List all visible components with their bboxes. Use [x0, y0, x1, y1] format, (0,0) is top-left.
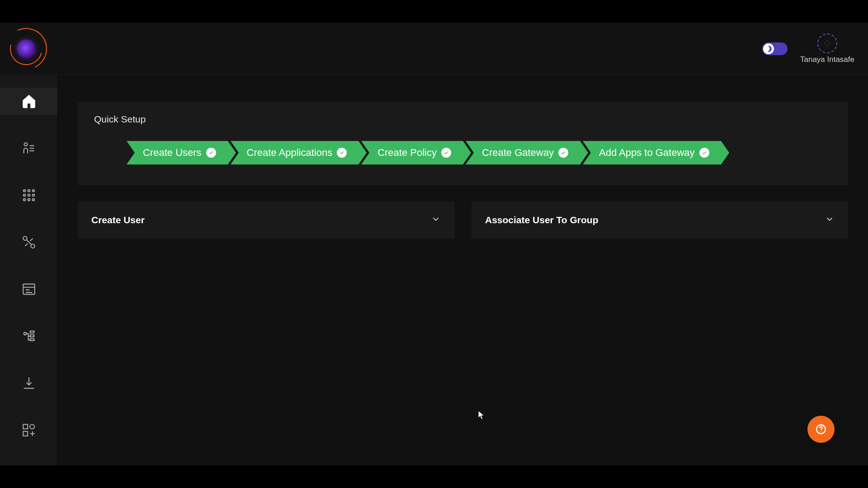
main-content: Quick Setup Create Users Create Applicat…	[58, 75, 868, 465]
svg-point-0	[24, 143, 27, 146]
svg-point-3	[32, 190, 34, 192]
header-bar: Tanaya Intasafe	[0, 23, 868, 75]
step-create-policy[interactable]: Create Policy	[361, 141, 463, 164]
step-label: Create Gateway	[482, 147, 554, 159]
sidebar-item-apps[interactable]	[0, 182, 57, 209]
svg-rect-19	[23, 432, 28, 436]
moon-icon	[764, 45, 773, 53]
svg-rect-16	[30, 339, 34, 341]
check-icon	[699, 148, 709, 158]
setup-steps-row: Create Users Create Applications Create …	[94, 141, 832, 164]
step-create-users[interactable]: Create Users	[127, 141, 228, 164]
svg-point-4	[23, 194, 25, 197]
step-create-gateway[interactable]: Create Gateway	[466, 141, 580, 164]
sidebar-item-widgets[interactable]	[0, 417, 57, 444]
user-profile[interactable]: Tanaya Intasafe	[800, 33, 854, 64]
user-name-label: Tanaya Intasafe	[800, 55, 854, 64]
svg-point-2	[28, 190, 30, 192]
sidebar-item-download[interactable]	[0, 370, 57, 397]
sidebar-item-users[interactable]	[0, 135, 57, 162]
step-label: Create Users	[143, 147, 202, 159]
svg-rect-15	[30, 335, 34, 337]
step-label: Create Applications	[247, 147, 333, 159]
svg-point-6	[32, 194, 34, 197]
check-icon	[337, 148, 347, 158]
user-list-icon	[21, 141, 37, 156]
sidebar	[0, 75, 58, 465]
network-icon	[21, 235, 37, 250]
svg-point-1	[23, 190, 25, 192]
letterbox-bottom	[0, 465, 868, 488]
svg-point-8	[28, 199, 30, 201]
svg-point-18	[30, 424, 34, 429]
app-window: Tanaya Intasafe	[0, 23, 868, 465]
check-icon	[206, 148, 216, 158]
quick-setup-title: Quick Setup	[94, 114, 832, 125]
svg-point-5	[28, 194, 30, 197]
brand-logo[interactable]	[5, 28, 47, 70]
sparkle-icon	[823, 39, 831, 47]
panel-associate-user-group[interactable]: Associate User To Group	[472, 202, 848, 239]
brand-logo-core	[17, 39, 36, 58]
check-icon	[441, 148, 451, 158]
sidebar-item-home[interactable]	[0, 88, 57, 115]
step-create-applications[interactable]: Create Applications	[231, 141, 359, 164]
svg-point-7	[23, 199, 25, 201]
home-icon	[21, 94, 37, 109]
download-icon	[21, 375, 37, 391]
svg-point-9	[32, 199, 34, 201]
help-icon	[815, 423, 827, 435]
sidebar-item-network[interactable]	[0, 229, 57, 256]
panels-row: Create User Associate User To Group	[78, 202, 848, 239]
step-add-apps-gateway[interactable]: Add Apps to Gateway	[583, 141, 721, 164]
chevron-down-icon	[431, 214, 441, 226]
settings-tree-icon	[21, 328, 37, 344]
chevron-down-icon	[825, 214, 835, 226]
panel-title: Create User	[91, 215, 145, 225]
step-label: Add Apps to Gateway	[599, 147, 695, 159]
svg-rect-14	[30, 331, 34, 333]
logs-icon	[21, 282, 37, 297]
panel-create-user[interactable]: Create User	[78, 202, 454, 239]
toggle-knob	[763, 43, 774, 54]
quick-setup-card: Quick Setup Create Users Create Applicat…	[78, 102, 848, 185]
check-icon	[558, 148, 568, 158]
sidebar-item-settings[interactable]	[0, 323, 57, 350]
svg-point-13	[24, 333, 26, 335]
header-right: Tanaya Intasafe	[762, 33, 854, 64]
grid-dots-icon	[21, 188, 37, 203]
panel-title: Associate User To Group	[485, 215, 599, 225]
sidebar-item-logs[interactable]	[0, 276, 57, 303]
user-avatar-ring	[817, 33, 837, 53]
body: Quick Setup Create Users Create Applicat…	[0, 75, 868, 465]
widgets-icon	[21, 422, 37, 438]
help-fab[interactable]	[807, 416, 835, 443]
letterbox-top	[0, 0, 868, 23]
step-label: Create Policy	[377, 147, 437, 159]
svg-point-21	[821, 432, 821, 432]
dark-mode-toggle[interactable]	[762, 42, 788, 55]
svg-rect-17	[23, 424, 28, 429]
